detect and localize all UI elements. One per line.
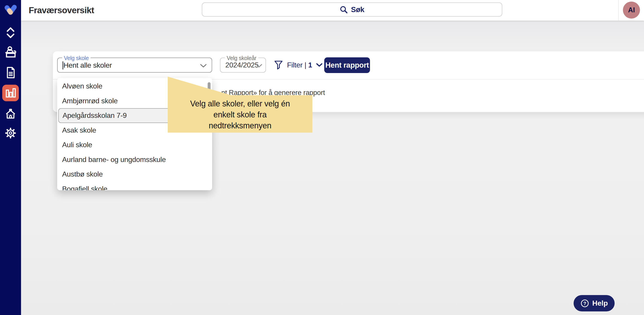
dropdown-option[interactable]: Bogafjell skole — [57, 182, 212, 190]
dropdown-option[interactable]: Auli skole — [57, 138, 212, 152]
dropdown-option[interactable]: Aurland barne- og ungdomsskule — [57, 152, 212, 167]
tooltip-line: Velg alle skoler, eller velg én — [168, 98, 312, 109]
dropdown-option[interactable]: Austbø skole — [57, 167, 212, 182]
tooltip-pointer — [168, 77, 232, 95]
school-select-value: Hent alle skoler — [58, 61, 112, 69]
school-select-field[interactable]: Velg skole Hent alle skoler — [57, 57, 212, 73]
year-select-label: Velg skoleår — [225, 55, 258, 61]
page-title: Fraværsoversikt — [29, 0, 94, 21]
funnel-icon — [274, 60, 283, 70]
onboarding-tooltip: Velg alle skoler, eller velg én enkelt s… — [168, 95, 312, 133]
sidebar-item-settings[interactable] — [4, 127, 17, 139]
person-desk-icon — [4, 46, 17, 58]
search-label: Søk — [351, 5, 364, 14]
question-circle-icon: ? — [580, 299, 589, 308]
help-button-label: Help — [592, 299, 608, 308]
document-icon — [4, 66, 17, 79]
search-input[interactable]: Søk — [202, 2, 502, 16]
main-background: Velg skole Hent alle skoler Velg skoleår… — [21, 21, 644, 315]
chevron-down-icon[interactable] — [256, 64, 262, 68]
tooltip-line: enkelt skole fra — [168, 109, 312, 120]
year-select-value: 2024/2025 — [220, 61, 259, 69]
header-divider — [618, 0, 619, 21]
chevron-down-icon — [316, 63, 322, 67]
search-icon — [340, 5, 348, 14]
top-header: Fraværsoversikt Søk AI — [21, 0, 644, 21]
avatar[interactable]: AI — [623, 1, 640, 18]
year-select-field[interactable]: Velg skoleår 2024/2025 — [220, 57, 266, 73]
sidebar-expander[interactable] — [4, 26, 17, 39]
gear-icon — [4, 127, 17, 139]
school-house-icon — [4, 107, 17, 120]
chevron-up-down-icon — [6, 27, 15, 39]
tooltip-line: nedtrekksmenyen — [168, 120, 312, 131]
sidebar-item-documents[interactable] — [4, 66, 17, 79]
sidebar — [0, 0, 21, 315]
filter-count-badge: 1 — [308, 61, 312, 69]
svg-text:?: ? — [584, 301, 586, 306]
sidebar-item-teacher[interactable] — [4, 46, 17, 58]
help-button[interactable]: ? Help — [574, 295, 615, 312]
school-select-label: Velg skole — [62, 55, 90, 61]
get-report-button[interactable]: Hent rapport — [324, 57, 370, 73]
bar-chart-icon — [5, 87, 16, 99]
filter-label: Filter | 1 — [287, 61, 312, 69]
app-logo-icon[interactable] — [2, 3, 18, 16]
sidebar-item-reports-active[interactable] — [2, 85, 19, 101]
text-cursor — [62, 61, 63, 69]
filter-dropdown[interactable]: Filter | 1 — [274, 57, 322, 73]
sidebar-item-school[interactable] — [4, 107, 17, 120]
chevron-down-icon[interactable] — [200, 64, 207, 68]
